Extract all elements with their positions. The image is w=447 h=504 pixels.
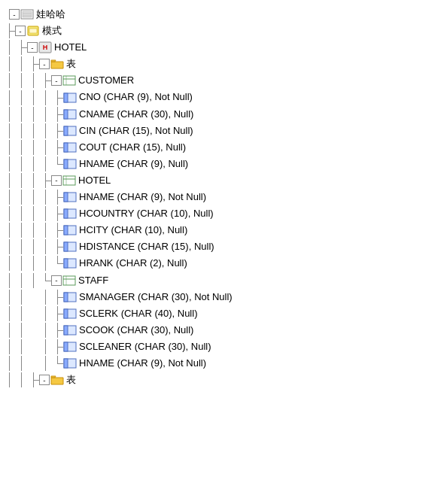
field-icon — [63, 191, 77, 203]
tables-expand-btn[interactable]: - — [39, 59, 50, 69]
field-cout[interactable]: COUT (CHAR (15), Null) — [3, 139, 444, 156]
schema-expand-btn[interactable]: - — [15, 26, 26, 36]
field-icon — [63, 224, 77, 236]
field-sclerk-label: SCLERK (CHAR (40), Null) — [79, 305, 197, 322]
svg-rect-27 — [64, 209, 68, 218]
hotel-table-label: HOTEL — [78, 172, 111, 189]
field-scook-label: SCOOK (CHAR (30), Null) — [79, 322, 193, 339]
field-cout-label: COUT (CHAR (15), Null) — [79, 139, 186, 156]
bottom-expand-btn[interactable]: - — [39, 375, 50, 385]
field-cname-label: CNAME (CHAR (30), Null) — [79, 106, 193, 123]
field-hcountry-label: HCOUNTRY (CHAR (10), Null) — [79, 205, 214, 222]
svg-rect-38 — [64, 293, 68, 302]
field-cin-label: CIN (CHAR (15), Not Null) — [79, 123, 193, 139]
field-hname-staff-label: HNAME (CHAR (9), Not Null) — [79, 355, 206, 372]
svg-rect-8 — [63, 76, 75, 85]
svg-rect-12 — [64, 93, 68, 102]
field-icon — [63, 308, 77, 320]
field-icon — [63, 158, 77, 170]
field-icon — [63, 208, 77, 220]
field-smanager-label: SMANAGER (CHAR (30), Not Null) — [79, 289, 233, 305]
field-icon — [63, 141, 77, 153]
schema-icon — [26, 25, 40, 37]
schema-node[interactable]: - 模式 — [3, 23, 444, 39]
staff-table-icon — [62, 275, 76, 287]
bottom-partial-node[interactable]: - 表 — [3, 372, 444, 388]
svg-rect-33 — [64, 259, 68, 268]
hotel-label: HOTEL — [54, 39, 87, 56]
field-scook[interactable]: SCOOK (CHAR (30), Null) — [3, 322, 444, 339]
field-hname-customer[interactable]: HNAME (CHAR (9), Null) — [3, 156, 444, 172]
svg-rect-46 — [64, 359, 68, 368]
svg-rect-42 — [64, 326, 68, 335]
field-hcountry[interactable]: HCOUNTRY (CHAR (10), Null) — [3, 205, 444, 222]
tables-group-node[interactable]: - 表 — [3, 56, 444, 72]
object-browser-tree: - 娃哈哈 - 模式 — [0, 0, 447, 394]
hotel-fields: HNAME (CHAR (9), Not Null) HCOUNTRY (CHA… — [3, 189, 444, 272]
db-icon — [20, 8, 34, 20]
bottom-folder-icon — [50, 374, 64, 386]
field-icon — [63, 92, 77, 104]
customer-fields: CNO (CHAR (9), Not Null) CNAME (CHAR (30… — [3, 89, 444, 172]
field-hname-staff[interactable]: HNAME (CHAR (9), Not Null) — [3, 355, 444, 372]
field-cin[interactable]: CIN (CHAR (15), Not Null) — [3, 123, 444, 139]
field-icon — [63, 341, 77, 353]
field-hcity[interactable]: HCITY (CHAR (10), Null) — [3, 222, 444, 238]
field-cno-label: CNO (CHAR (9), Not Null) — [79, 89, 193, 105]
staff-fields: SMANAGER (CHAR (30), Not Null) SCLERK (C… — [3, 289, 444, 372]
hotel-table-expand-btn[interactable]: - — [51, 175, 62, 186]
field-hdistance[interactable]: HDISTANCE (CHAR (15), Null) — [3, 238, 444, 255]
field-sclerk[interactable]: SCLERK (CHAR (40), Null) — [3, 305, 444, 322]
svg-rect-44 — [64, 342, 68, 351]
field-hname-hotel[interactable]: HNAME (CHAR (9), Not Null) — [3, 189, 444, 205]
field-hdistance-label: HDISTANCE (CHAR (15), Null) — [79, 238, 214, 255]
svg-rect-31 — [64, 242, 68, 251]
svg-rect-1 — [23, 11, 32, 17]
field-scleaner-label: SCLEANER (CHAR (30), Null) — [79, 339, 211, 355]
db-label: 娃哈哈 — [36, 6, 65, 23]
svg-rect-18 — [64, 143, 68, 152]
svg-rect-25 — [64, 193, 68, 202]
field-icon — [63, 257, 77, 269]
field-cno[interactable]: CNO (CHAR (9), Not Null) — [3, 89, 444, 105]
svg-rect-21 — [63, 176, 75, 185]
field-hname-customer-label: HNAME (CHAR (9), Null) — [79, 156, 188, 172]
tables-label: 表 — [66, 56, 76, 72]
hotel-db-icon: H — [38, 41, 52, 53]
db-expand-btn[interactable]: - — [9, 9, 20, 20]
tables-folder-icon — [50, 58, 64, 70]
db-node[interactable]: - 娃哈哈 — [3, 6, 444, 23]
svg-rect-5 — [29, 29, 37, 33]
field-hrank[interactable]: HRANK (CHAR (2), Null) — [3, 255, 444, 272]
staff-table-expand-btn[interactable]: - — [51, 275, 62, 286]
field-smanager[interactable]: SMANAGER (CHAR (30), Not Null) — [3, 289, 444, 305]
field-icon — [63, 241, 77, 253]
field-icon — [63, 108, 77, 120]
field-icon — [63, 324, 77, 336]
svg-text:H: H — [43, 44, 48, 51]
field-scleaner[interactable]: SCLEANER (CHAR (30), Null) — [3, 339, 444, 355]
staff-table-node[interactable]: - STAFF — [3, 272, 444, 289]
svg-rect-20 — [64, 159, 68, 169]
customer-table-node[interactable]: - CUSTOMER — [3, 72, 444, 89]
schema-label: 模式 — [42, 23, 62, 39]
field-cname[interactable]: CNAME (CHAR (30), Null) — [3, 106, 444, 123]
hotel-table-node[interactable]: - HOTEL — [3, 172, 444, 189]
field-hname-hotel-label: HNAME (CHAR (9), Not Null) — [79, 189, 206, 205]
svg-rect-40 — [64, 309, 68, 318]
svg-rect-16 — [64, 126, 68, 135]
field-icon — [63, 125, 77, 137]
field-hrank-label: HRANK (CHAR (2), Null) — [79, 255, 187, 272]
field-icon — [63, 357, 77, 369]
field-hcity-label: HCITY (CHAR (10), Null) — [79, 222, 187, 238]
bottom-label: 表 — [66, 372, 76, 388]
staff-table-label: STAFF — [78, 272, 108, 289]
svg-rect-34 — [63, 276, 75, 285]
customer-table-label: CUSTOMER — [78, 72, 134, 89]
field-icon — [63, 291, 77, 303]
customer-expand-btn[interactable]: - — [51, 75, 62, 86]
hotel-expand-btn[interactable]: - — [27, 42, 38, 53]
svg-rect-29 — [64, 226, 68, 235]
customer-table-icon — [62, 74, 76, 87]
hotel-node[interactable]: - H HOTEL — [3, 39, 444, 56]
